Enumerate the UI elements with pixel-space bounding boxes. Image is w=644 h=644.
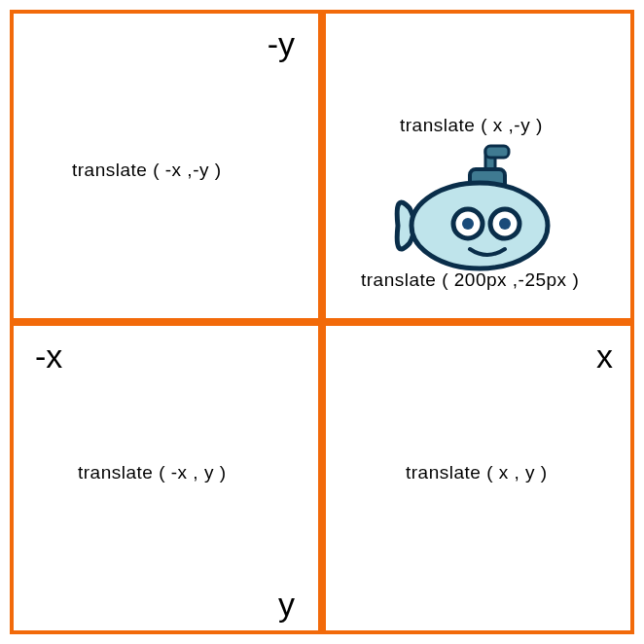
formula-top-left: translate ( -x ,-y ): [72, 160, 222, 181]
axis-neg-x: -x: [35, 340, 62, 373]
formula-bottom-left: translate ( -x , y ): [78, 462, 227, 483]
quadrant-top-left: -y translate ( -x ,-y ): [10, 10, 322, 322]
example-top-right: translate ( 200px ,-25px ): [361, 269, 579, 291]
svg-rect-1: [485, 146, 509, 158]
submarine-icon: [392, 140, 557, 276]
svg-point-5: [462, 218, 474, 230]
svg-point-7: [499, 218, 511, 230]
quadrant-top-right: translate ( x ,-y ) translate ( 200px ,-…: [322, 10, 634, 322]
quadrant-bottom-left: -x translate ( -x , y ) y: [10, 322, 322, 634]
axis-pos-y: y: [278, 588, 295, 621]
axis-neg-y: -y: [268, 27, 295, 60]
axis-pos-x: x: [596, 340, 613, 373]
quadrant-bottom-right: x translate ( x , y ): [322, 322, 634, 634]
formula-top-right: translate ( x ,-y ): [400, 115, 543, 136]
formula-bottom-right: translate ( x , y ): [406, 462, 548, 483]
